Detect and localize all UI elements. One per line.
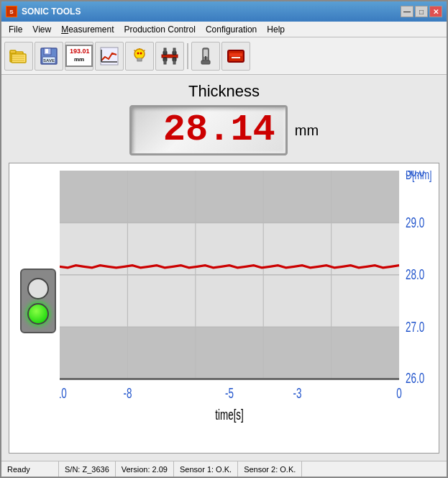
svg-text:SAVE: SAVE [43, 58, 55, 63]
svg-rect-32 [173, 60, 175, 64]
chart-button[interactable] [95, 42, 124, 71]
menu-production-control[interactable]: Production Control [120, 23, 200, 36]
title-buttons: — □ ✕ [401, 6, 442, 17]
chart-svg: 30.0 29.0 28.0 27.0 26.0 D[mm] -10 -8 -5 [60, 171, 431, 431]
menu-bar: File View Measurement Production Control… [1, 22, 447, 37]
svg-text:28.0: 28.0 [406, 267, 424, 283]
toolbar-separator [187, 43, 188, 69]
app-window: S SONIC TOOLS — □ ✕ File View Measuremen… [0, 0, 448, 478]
svg-point-16 [134, 49, 145, 59]
svg-point-22 [137, 52, 140, 54]
svg-text:27.0: 27.0 [406, 319, 424, 335]
svg-rect-30 [164, 60, 166, 64]
digits-button[interactable]: 193.01 mm [65, 42, 93, 71]
svg-rect-45 [60, 327, 399, 379]
svg-rect-42 [60, 171, 399, 222]
title-bar-left: S SONIC TOOLS [6, 6, 81, 17]
traffic-light-container [17, 171, 60, 431]
status-sensor1: Sensor 1: O.K. [174, 461, 238, 477]
svg-rect-18 [137, 60, 142, 61]
toolbar: SAVE 193.01 mm [1, 37, 447, 75]
svg-text:▬▬: ▬▬ [232, 55, 240, 59]
main-content: Thickness 28.14 mm [1, 75, 447, 461]
settings-button[interactable] [125, 42, 154, 71]
thickness-value: 28.14 [163, 112, 275, 149]
svg-rect-44 [60, 275, 399, 327]
svg-rect-36 [205, 56, 206, 60]
svg-text:-10: -10 [60, 385, 67, 401]
thickness-unit: mm [295, 122, 319, 139]
thickness-label: Thickness [188, 82, 260, 101]
traffic-light [20, 269, 56, 333]
thickness-display-row: 28.14 mm [129, 105, 319, 155]
minimize-button[interactable]: — [401, 6, 413, 17]
close-button[interactable]: ✕ [429, 6, 442, 17]
svg-text:26.0: 26.0 [406, 370, 424, 386]
thickness-section: Thickness 28.14 mm [9, 82, 439, 155]
title-bar: S SONIC TOOLS — □ ✕ [1, 1, 447, 22]
chart-container: 30.0 29.0 28.0 27.0 26.0 D[mm] -10 -8 -5 [17, 171, 431, 431]
svg-text:-3: -3 [293, 385, 301, 401]
menu-configuration[interactable]: Configuration [201, 23, 261, 36]
maximize-button[interactable]: □ [415, 6, 428, 17]
svg-text:D[mm]: D[mm] [406, 171, 431, 181]
status-serial: S/N: Z_3636 [59, 461, 116, 477]
thickness-display: 28.14 [129, 105, 288, 155]
save-button[interactable]: SAVE [35, 42, 63, 71]
svg-text:0: 0 [396, 385, 402, 401]
svg-rect-34 [204, 50, 208, 57]
status-version: Version: 2.09 [116, 461, 174, 477]
svg-text:S: S [9, 9, 14, 15]
svg-line-21 [144, 50, 145, 51]
traffic-light-red [27, 278, 49, 299]
status-ready: Ready [1, 461, 59, 477]
bar-button[interactable]: ▬▬ [221, 42, 250, 71]
open-button[interactable] [4, 42, 33, 71]
status-bar: Ready S/N: Z_3636 Version: 2.09 Sensor 1… [1, 461, 447, 477]
menu-file[interactable]: File [4, 23, 27, 36]
svg-rect-28 [173, 48, 175, 52]
traffic-light-green [27, 303, 49, 325]
svg-line-20 [134, 50, 136, 51]
app-icon: S [6, 6, 17, 17]
svg-text:-5: -5 [225, 385, 234, 401]
svg-rect-24 [162, 55, 178, 58]
svg-text:-8: -8 [123, 385, 132, 401]
svg-rect-26 [164, 48, 166, 52]
menu-view[interactable]: View [28, 23, 55, 36]
gears-button[interactable] [155, 42, 184, 71]
chart-section: 30.0 29.0 28.0 27.0 26.0 D[mm] -10 -8 -5 [9, 163, 439, 454]
status-sensor2: Sensor 2: O.K. [238, 461, 302, 477]
svg-rect-10 [45, 49, 48, 53]
title-text: SONIC TOOLS [22, 6, 81, 17]
scanner-button[interactable] [191, 42, 220, 71]
menu-help[interactable]: Help [262, 23, 289, 36]
svg-rect-3 [10, 50, 16, 53]
svg-rect-35 [201, 60, 210, 64]
svg-text:29.0: 29.0 [406, 215, 424, 230]
svg-point-23 [140, 52, 142, 54]
chart-area: 30.0 29.0 28.0 27.0 26.0 D[mm] -10 -8 -5 [60, 171, 431, 431]
menu-measurement[interactable]: Measurement [57, 23, 118, 36]
svg-text:time[s]: time[s] [215, 407, 244, 423]
